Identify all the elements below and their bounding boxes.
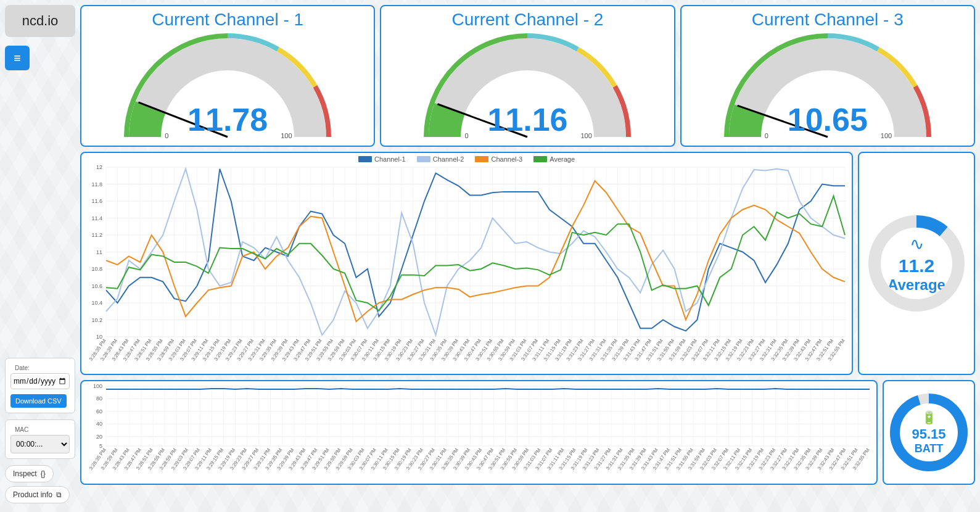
battery-row: 5204060801003:28:35 PM3:28:39 PM3:28:43 … [80, 380, 975, 485]
external-link-icon: ⧉ [56, 490, 62, 499]
gauge-title: Current Channel - 2 [452, 10, 604, 30]
svg-text:11.6: 11.6 [91, 198, 102, 204]
svg-text:10.2: 10.2 [91, 317, 102, 323]
gauge-value: 11.78 [187, 101, 268, 138]
svg-point-304 [895, 398, 963, 466]
battery-line-chart: 5204060801003:28:35 PM3:28:39 PM3:28:43 … [81, 381, 877, 480]
gauge-title: Current Channel - 1 [152, 10, 303, 30]
gauge-panel-2: Current Channel - 2 010011.16 [380, 5, 675, 147]
battery-chart-panel: 5204060801003:28:35 PM3:28:39 PM3:28:43 … [80, 380, 878, 485]
gauge-title: Current Channel - 3 [752, 10, 904, 30]
mac-select[interactable]: 00:00:... [10, 435, 70, 453]
hamburger-icon: ≡ [14, 51, 21, 65]
gauge-row: Current Channel - 1 010011.78 Current Ch… [80, 5, 975, 147]
svg-text:11: 11 [96, 249, 102, 255]
svg-text:100: 100 [93, 383, 102, 389]
line-chart-row: Channel-1 Channel-2 Channel-3 Average 10… [80, 152, 975, 375]
download-csv-button[interactable]: Download CSV [10, 394, 67, 408]
product-info-button[interactable]: Product info ⧉ [5, 486, 70, 503]
date-label: Date: [13, 365, 31, 371]
svg-text:80: 80 [96, 395, 102, 402]
inspect-label: Inspect [13, 469, 37, 478]
main-line-chart-panel: Channel-1 Channel-2 Channel-3 Average 10… [80, 152, 853, 375]
main-line-chart: 1010.210.410.610.81111.211.411.611.8123:… [81, 164, 852, 371]
svg-text:20: 20 [96, 434, 102, 440]
battery-donut [889, 392, 969, 473]
svg-text:10.6: 10.6 [91, 283, 102, 289]
svg-text:12: 12 [96, 164, 102, 170]
gauge-panel-1: Current Channel - 1 010011.78 [80, 5, 375, 147]
menu-button[interactable]: ≡ [5, 46, 30, 70]
date-input[interactable] [10, 373, 70, 389]
date-card: Date: Download CSV [5, 358, 75, 413]
product-info-label: Product info [13, 490, 52, 499]
average-panel: ∿ 11.2 Average [858, 152, 975, 375]
svg-text:11.4: 11.4 [91, 215, 102, 221]
svg-text:11.2: 11.2 [91, 232, 102, 238]
svg-text:40: 40 [96, 421, 102, 427]
gauge-panel-3: Current Channel - 3 010010.65 [680, 5, 975, 147]
svg-point-157 [875, 221, 958, 305]
gauge-value: 10.65 [788, 101, 868, 138]
svg-text:60: 60 [96, 408, 102, 415]
battery-panel: 🔋 95.15 BATT [883, 380, 975, 485]
mac-card: MAC 00:00:... [5, 419, 75, 459]
chart-legend: Channel-1 Channel-2 Channel-3 Average [81, 153, 852, 164]
mac-label: MAC [13, 426, 30, 433]
braces-icon: {} [41, 469, 46, 478]
svg-text:10.4: 10.4 [91, 300, 102, 306]
inspect-button[interactable]: Inspect {} [5, 465, 54, 482]
gauge-value: 11.16 [487, 101, 567, 138]
svg-text:10.8: 10.8 [91, 266, 102, 272]
svg-text:11.8: 11.8 [91, 181, 102, 188]
average-donut [867, 214, 966, 313]
brand-logo: ncd.io [5, 5, 75, 37]
